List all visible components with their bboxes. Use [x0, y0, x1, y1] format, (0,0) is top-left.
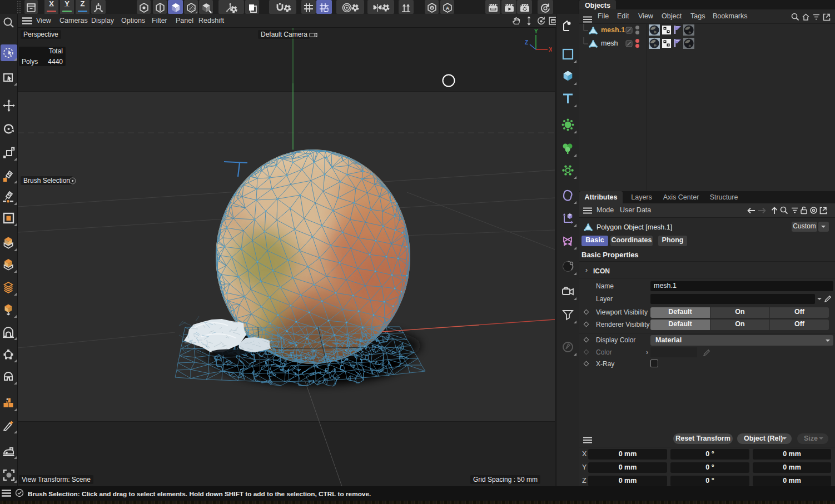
- svg-text:Y: Y: [534, 28, 538, 34]
- svg-text:A: A: [445, 5, 449, 11]
- svg-text:X: X: [549, 47, 552, 53]
- svg-text:Z: Z: [525, 39, 528, 46]
